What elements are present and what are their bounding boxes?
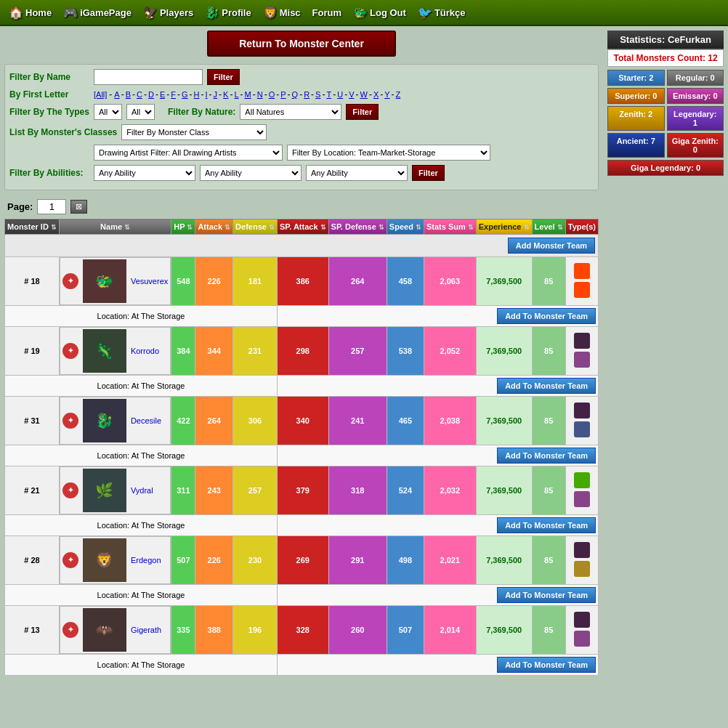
col-header-exp[interactable]: Experience ⇅ bbox=[476, 219, 532, 235]
letter-d[interactable]: D bbox=[148, 90, 154, 99]
col-header-def[interactable]: Defense ⇅ bbox=[233, 219, 278, 235]
col-header-spd[interactable]: SP. Defense ⇅ bbox=[328, 219, 387, 235]
type1-select[interactable]: All bbox=[94, 104, 122, 120]
nav-players[interactable]: 🦅 Players bbox=[137, 3, 199, 23]
page-go-button[interactable]: ⊠ bbox=[70, 200, 87, 214]
letter-q[interactable]: Q bbox=[292, 90, 299, 99]
monster-stat-exp: 7,369,500 bbox=[476, 327, 532, 376]
letter-w[interactable]: W bbox=[360, 90, 367, 99]
letter-a[interactable]: A bbox=[114, 90, 119, 99]
col-header-name[interactable]: Name ⇅ bbox=[59, 219, 171, 235]
monster-stat-hp: 548 bbox=[171, 257, 195, 306]
col-header-spe[interactable]: Speed ⇅ bbox=[387, 219, 424, 235]
col-header-id[interactable]: Monster ID ⇅ bbox=[5, 219, 60, 235]
letter-v[interactable]: V bbox=[349, 90, 354, 99]
letter-u[interactable]: U bbox=[337, 90, 343, 99]
ability2-select[interactable]: Any Ability bbox=[200, 165, 302, 181]
letter-b[interactable]: B bbox=[126, 90, 131, 99]
nav-profile[interactable]: 🐉 Profile bbox=[199, 3, 256, 23]
letter-all[interactable]: [All] bbox=[94, 90, 107, 99]
col-header-spa[interactable]: SP. Attack ⇅ bbox=[277, 219, 328, 235]
letter-z[interactable]: Z bbox=[396, 90, 401, 99]
stat-btn-legendary__1[interactable]: Legendary: 1 bbox=[667, 106, 724, 131]
col-header-lvl[interactable]: Level ⇅ bbox=[532, 219, 565, 235]
nature-select[interactable]: All Natures bbox=[240, 104, 341, 120]
artist-select[interactable]: Drawing Artist Filter: All Drawing Artis… bbox=[94, 145, 283, 161]
letter-y[interactable]: Y bbox=[384, 90, 389, 99]
letter-l[interactable]: L bbox=[234, 90, 238, 99]
monster-types bbox=[565, 606, 598, 655]
stat-btn-regular__0[interactable]: Regular: 0 bbox=[667, 70, 724, 86]
monster-name[interactable]: Gigerath bbox=[131, 626, 161, 634]
type2-select[interactable]: All bbox=[126, 104, 155, 120]
letter-f[interactable]: F bbox=[171, 90, 176, 99]
col-header-hp[interactable]: HP ⇅ bbox=[171, 219, 195, 235]
filter-name-button[interactable]: Filter bbox=[207, 69, 240, 85]
monster-stat-exp: 7,369,500 bbox=[476, 536, 532, 585]
col-header-sum[interactable]: Stats Sum ⇅ bbox=[424, 219, 476, 235]
add-to-monster-team-button[interactable]: Add To Monster Team bbox=[497, 517, 596, 533]
nature-filter-button[interactable]: Filter bbox=[346, 104, 379, 120]
ability3-select[interactable]: Any Ability bbox=[306, 165, 408, 181]
monster-name[interactable]: Vesuverex bbox=[131, 277, 168, 286]
nav-language[interactable]: 🐦 Türkçe bbox=[412, 3, 472, 23]
letter-r[interactable]: R bbox=[304, 90, 310, 99]
letter-o[interactable]: O bbox=[269, 90, 275, 99]
letter-c[interactable]: C bbox=[137, 90, 142, 99]
letter-g[interactable]: G bbox=[182, 90, 188, 99]
filter-name-input[interactable] bbox=[94, 69, 203, 85]
add-monster-team-button[interactable]: Add Monster Team bbox=[508, 238, 595, 254]
table-row: # 19✦🦎Korrodo3843442312982575382,0527,36… bbox=[5, 327, 599, 376]
nav-misc[interactable]: 🦁 Misc bbox=[257, 3, 307, 23]
nav-home[interactable]: 🏠 Home bbox=[3, 3, 57, 23]
nature-label: Filter By Nature: bbox=[168, 107, 235, 117]
type-badge bbox=[574, 263, 590, 279]
ability-filter-button[interactable]: Filter bbox=[412, 165, 445, 181]
letter-e[interactable]: E bbox=[160, 90, 165, 99]
monster-name[interactable]: Erdegon bbox=[131, 556, 161, 565]
letter-h[interactable]: H bbox=[194, 90, 200, 99]
stat-btn-giga_zenith__0[interactable]: Giga Zenith: 0 bbox=[667, 133, 724, 158]
monster-stat-sum: 2,063 bbox=[424, 257, 476, 306]
add-to-monster-team-button[interactable]: Add To Monster Team bbox=[497, 448, 596, 464]
monster-name[interactable]: Decesile bbox=[131, 416, 161, 425]
nav-logout[interactable]: 🐲 Log Out bbox=[347, 3, 412, 23]
stat-btn-giga_legendary__0[interactable]: Giga Legendary: 0 bbox=[607, 160, 724, 176]
filter-type-row: Filter By The Types All All Filter By Na… bbox=[9, 104, 594, 120]
letter-p[interactable]: P bbox=[280, 90, 286, 99]
stat-btn-superior__0[interactable]: Superior: 0 bbox=[607, 88, 664, 104]
monster-image: 🐉 bbox=[83, 399, 126, 442]
stat-btn-ancient__7[interactable]: Ancient: 7 bbox=[607, 133, 664, 158]
class-select[interactable]: Filter By Monster Class bbox=[121, 124, 267, 140]
monster-types bbox=[565, 466, 598, 515]
letter-m[interactable]: M bbox=[245, 90, 251, 99]
col-header-atk[interactable]: Attack ⇅ bbox=[195, 219, 233, 235]
letter-k[interactable]: K bbox=[223, 90, 228, 99]
letter-t[interactable]: T bbox=[326, 90, 331, 99]
ability1-select[interactable]: Any Ability bbox=[94, 165, 195, 181]
stat-btn-emissary__0[interactable]: Emissary: 0 bbox=[667, 88, 724, 104]
monster-name[interactable]: Vydral bbox=[131, 486, 153, 495]
letter-x[interactable]: X bbox=[373, 90, 379, 99]
add-to-monster-team-button[interactable]: Add To Monster Team bbox=[497, 657, 596, 673]
letter-s[interactable]: S bbox=[315, 90, 320, 99]
page-number-input[interactable] bbox=[37, 199, 66, 214]
nav-forum[interactable]: Forum bbox=[307, 4, 347, 21]
stats-grid: Starter: 2Regular: 0Superior: 0Emissary:… bbox=[607, 70, 724, 176]
location-row: Location: At The StorageAdd To Monster T… bbox=[5, 515, 599, 536]
monster-stat-spd: 260 bbox=[328, 606, 387, 655]
add-to-monster-team-button[interactable]: Add To Monster Team bbox=[497, 587, 596, 603]
return-to-monster-center-button[interactable]: Return To Monster Center bbox=[207, 31, 396, 57]
letter-i[interactable]: I bbox=[206, 90, 208, 99]
monster-stat-exp: 7,369,500 bbox=[476, 397, 532, 445]
location-select[interactable]: Filter By Location: Team-Market-Storage bbox=[287, 145, 490, 161]
add-to-monster-team-button[interactable]: Add To Monster Team bbox=[497, 378, 596, 394]
letter-n[interactable]: N bbox=[257, 90, 263, 99]
stat-btn-starter__2[interactable]: Starter: 2 bbox=[607, 70, 664, 86]
home-icon: 🏠 bbox=[9, 6, 23, 20]
monster-name[interactable]: Korrodo bbox=[131, 347, 159, 355]
stat-btn-zenith__2[interactable]: Zenith: 2 bbox=[607, 106, 664, 131]
add-to-monster-team-button[interactable]: Add To Monster Team bbox=[497, 308, 596, 324]
letter-j[interactable]: J bbox=[214, 90, 218, 99]
nav-igamepage[interactable]: 🎮 iGamePage bbox=[57, 3, 137, 23]
